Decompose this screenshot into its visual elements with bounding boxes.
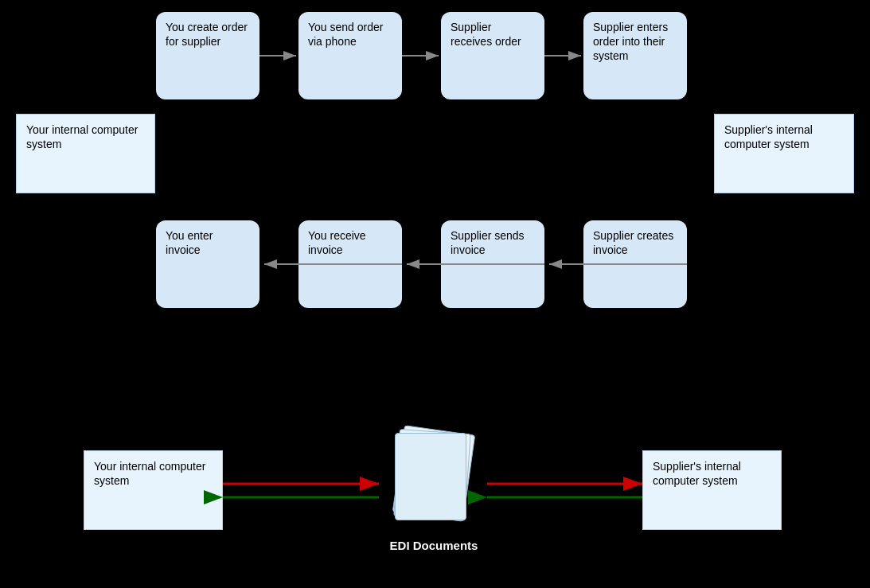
box-receive-invoice-label: You receive invoice (308, 229, 366, 256)
box-supplier-creates-label: Supplier creates invoice (593, 229, 673, 256)
your-system-top-label: Your internal computer system (26, 123, 138, 150)
diagram-container: You create order for supplier You send o… (0, 0, 870, 588)
supplier-system-top-label: Supplier's internal computer system (724, 123, 813, 150)
box-supplier-system-bottom: Supplier's internal computer system (642, 450, 782, 530)
box-supplier-receives: Supplier receives order (441, 12, 544, 99)
supplier-system-bottom-label: Supplier's internal computer system (653, 460, 741, 487)
box-create-order-label: You create order for supplier (166, 21, 248, 48)
box-send-phone: You send order via phone (298, 12, 402, 99)
box-enter-invoice-label: You enter invoice (166, 229, 213, 256)
box-receive-invoice: You receive invoice (298, 220, 402, 308)
box-create-order: You create order for supplier (156, 12, 259, 99)
your-system-bottom-label: Your internal computer system (94, 460, 205, 487)
box-supplier-sends-label: Supplier sends invoice (451, 229, 525, 256)
box-supplier-system-top: Supplier's internal computer system (714, 114, 854, 193)
box-supplier-sends: Supplier sends invoice (441, 220, 544, 308)
box-enters-system: Supplier enters order into their system (583, 12, 687, 99)
box-enter-invoice: You enter invoice (156, 220, 259, 308)
edi-documents: EDI Documents (382, 430, 486, 553)
box-your-system-top: Your internal computer system (16, 114, 155, 193)
box-supplier-receives-label: Supplier receives order (451, 21, 521, 48)
box-send-phone-label: You send order via phone (308, 21, 383, 48)
edi-page-front (395, 433, 466, 520)
box-your-system-bottom: Your internal computer system (84, 450, 223, 530)
box-supplier-creates: Supplier creates invoice (583, 220, 687, 308)
edi-label: EDI Documents (382, 538, 486, 554)
box-enters-system-label: Supplier enters order into their system (593, 21, 668, 62)
